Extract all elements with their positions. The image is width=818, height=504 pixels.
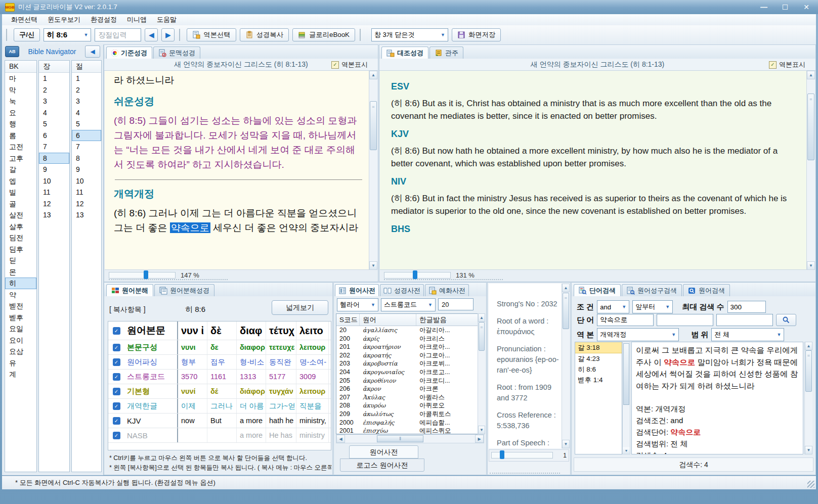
window-preset-combo[interactable]: 창 3개 닫은것▼	[371, 28, 448, 41]
book-item[interactable]: 빌	[5, 187, 36, 198]
chapter-item[interactable]: 8	[39, 153, 69, 164]
parse-word-cell[interactable]: λειτουρ	[296, 384, 329, 398]
parse-word-cell[interactable]: 그가~얻	[266, 399, 296, 413]
book-item[interactable]: 막	[5, 84, 36, 96]
tab-word-search[interactable]: 단어검색	[574, 284, 621, 296]
scroll-down-icon[interactable]: ▼	[805, 446, 812, 454]
parse-word-cell[interactable]: now	[178, 414, 207, 428]
parse-word-cell[interactable]: ministry,	[296, 414, 329, 428]
parse-word-cell[interactable]: 직분을	[296, 399, 329, 413]
parse-word-cell[interactable]: a more	[237, 414, 266, 428]
zoom-slider-thumb[interactable]	[144, 270, 148, 279]
book-item[interactable]: 히	[5, 278, 36, 289]
next-verse-button[interactable]: ▶	[161, 28, 175, 41]
parse-word-cell[interactable]: 접우	[207, 355, 237, 369]
scroll-down-icon[interactable]: ▼	[369, 261, 377, 270]
save-screen-button[interactable]: 화면저장	[452, 28, 501, 41]
prev-verse-button[interactable]: ◀	[145, 28, 158, 41]
book-item[interactable]: 약	[5, 289, 36, 301]
search-result-detail[interactable]: 이로써 그 보배롭고 지극히 큰 약속을 우리에게 주사 이 약속으로 말미암아…	[631, 342, 803, 454]
parse-row-label[interactable]: NASB	[124, 428, 178, 442]
parse-word-cell[interactable]: ὅ	[329, 384, 331, 398]
parse-word-cell[interactable]: hath he	[266, 414, 296, 428]
base-bible-content[interactable]: 라 하셨느니라 쉬운성경 (히 8:5) 그들이 섬기는 성소는 하늘에 있는 …	[105, 71, 369, 270]
chapter-item[interactable]: 5	[39, 118, 69, 130]
chapter-item[interactable]: 11	[39, 187, 69, 198]
lexicon-row[interactable]: 202ἀκροατής아그로아...	[336, 351, 479, 360]
book-item[interactable]: 벧전	[5, 300, 36, 312]
parse-row-label[interactable]: 기본형	[124, 384, 178, 398]
book-item[interactable]: 마	[5, 73, 36, 84]
vertical-scrollbar[interactable]: ▲ ▼	[369, 71, 377, 270]
row-checkbox[interactable]: ✓	[113, 373, 120, 381]
tab-word-parse-bible[interactable]: 원어분해성경	[154, 284, 214, 296]
parse-word-cell[interactable]: 3009	[296, 370, 329, 384]
lexicon-row[interactable]: 201ἀκροατήριον아크로아...	[336, 343, 479, 351]
condition-combo[interactable]: and▼	[597, 300, 629, 313]
verse-item[interactable]: 4	[72, 107, 101, 119]
row-checkbox[interactable]: ✓	[113, 358, 120, 366]
search-result-ref[interactable]: 갈 3:18	[575, 342, 622, 353]
parse-word-cell[interactable]: 그러나	[207, 399, 237, 413]
book-item[interactable]: 살후	[5, 221, 36, 233]
lexicon-row[interactable]: 205ἀκροθίνιον아크로디...	[336, 377, 479, 385]
chapter-item[interactable]: 6	[39, 130, 69, 142]
verse-item[interactable]: 6	[72, 130, 101, 142]
parse-row-label[interactable]: KJV	[124, 414, 178, 428]
strongs-info-content[interactable]: Strong's No : 2032Root of a word : ἐπουρ…	[489, 284, 562, 448]
glory-ebook-button[interactable]: 글로리eBooK	[292, 28, 355, 41]
tab-illustration-dict[interactable]: 예화사전	[425, 284, 469, 296]
parse-word-cell[interactable]: by	[329, 428, 331, 442]
parse-row-label[interactable]: 원어파싱	[124, 355, 178, 369]
parse-word-cell[interactable]: διαφ	[237, 322, 266, 340]
language-combo[interactable]: 헬라어▼	[337, 298, 378, 311]
close-icon[interactable]: ✕	[800, 3, 813, 12]
verse-item[interactable]: 10	[72, 175, 101, 187]
parse-word-cell[interactable]	[329, 399, 331, 413]
scroll-down-icon[interactable]: ▼	[478, 426, 485, 434]
menu-screen-select[interactable]: 화면선택	[6, 14, 42, 25]
scroll-down-icon[interactable]: ▼	[807, 261, 815, 270]
chapter-item[interactable]: 1	[39, 73, 69, 84]
row-checkbox[interactable]: ✓	[113, 327, 120, 335]
vertical-scrollbar[interactable]: ▲ ▼	[562, 284, 570, 448]
menu-miniapp[interactable]: 미니앱	[122, 14, 152, 25]
search-result-ref[interactable]: 갈 4:23	[575, 353, 622, 364]
chapter-item[interactable]: 3	[39, 96, 69, 107]
menu-help[interactable]: 도움말	[152, 14, 182, 25]
scrollbar-thumb[interactable]	[807, 94, 814, 160]
lexicon-row[interactable]: 2000ἐπισφαλής에피습할...	[336, 419, 479, 427]
verse-item[interactable]: 8	[72, 153, 101, 164]
lexicon-row[interactable]: 207Ἀκύλας아퀼라스	[336, 393, 479, 402]
page-slider-thumb[interactable]	[500, 450, 504, 459]
verse-item[interactable]: 13	[72, 209, 101, 221]
row-checkbox[interactable]: ✓	[113, 417, 120, 425]
scroll-up-icon[interactable]: ▲	[562, 284, 570, 292]
menu-settings[interactable]: 환경설정	[85, 14, 122, 25]
parse-word-cell[interactable]: λειτο	[296, 322, 329, 340]
scrollbar-thumb[interactable]	[563, 293, 569, 329]
row-checkbox[interactable]: ✓	[113, 388, 120, 395]
max-results-input[interactable]	[727, 301, 766, 313]
tab-word-parse[interactable]: 원어분해	[106, 284, 153, 296]
chapter-item[interactable]: 10	[39, 175, 69, 187]
parse-word-cell[interactable]: νυνί	[178, 384, 207, 398]
book-item[interactable]: 요일	[5, 323, 36, 335]
verse-input[interactable]	[95, 28, 141, 41]
tab-cross-reference[interactable]: 관주	[429, 47, 463, 59]
vertical-scrollbar[interactable]: ▲ ▼	[804, 342, 812, 454]
scroll-right-icon[interactable]: ▶	[475, 435, 484, 443]
parse-word-cell[interactable]: 동직완	[266, 355, 296, 369]
tab-logos-dict-source[interactable]: 로고스 원어사전	[340, 459, 424, 472]
parse-word-cell[interactable]: τετευχε	[266, 340, 296, 354]
parse-word-cell[interactable]	[178, 428, 207, 442]
parse-word-cell[interactable]: But	[207, 414, 237, 428]
lexicon-row[interactable]: 208ἀκυρόω아퀴로오	[336, 401, 479, 410]
zoom-slider[interactable]	[109, 272, 176, 279]
chapter-item[interactable]: 12	[39, 198, 69, 210]
chapter-item[interactable]: 9	[39, 164, 69, 175]
tab-phrase-search[interactable]: 원어성구검색	[622, 284, 682, 296]
book-item[interactable]: 딤후	[5, 244, 36, 255]
row-checkbox[interactable]: ✓	[113, 432, 120, 439]
book-item[interactable]: 행	[5, 118, 36, 130]
